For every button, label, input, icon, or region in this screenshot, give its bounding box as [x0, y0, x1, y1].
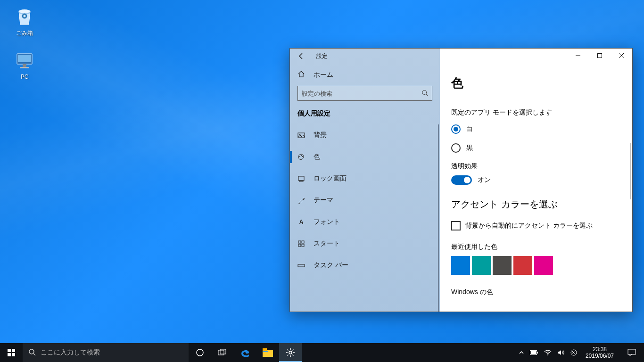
sidebar-item-background[interactable]: 背景 [290, 124, 440, 146]
pc-label: PC [7, 74, 42, 80]
settings-window: 設定 ホーム 個人用設定 背景 [289, 48, 633, 312]
sidebar-item-label: 背景 [314, 131, 327, 140]
lockscreen-icon [297, 175, 305, 182]
svg-rect-7 [298, 133, 305, 138]
radio-dark-label: 黒 [466, 144, 473, 152]
sidebar-item-themes[interactable]: テーマ [290, 189, 440, 211]
sidebar-home-label: ホーム [314, 71, 333, 79]
clock-date: 2019/06/07 [586, 353, 614, 359]
svg-point-9 [299, 156, 300, 157]
sidebar-item-label: テーマ [314, 196, 333, 205]
svg-rect-23 [8, 349, 11, 352]
volume-icon[interactable] [557, 349, 565, 356]
recent-colors [451, 256, 621, 275]
svg-rect-3 [23, 64, 26, 67]
radio-icon [451, 143, 461, 153]
accent-heading: アクセント カラーを選ぶ [451, 198, 621, 211]
svg-point-47 [547, 354, 548, 355]
themes-icon [297, 197, 305, 204]
sidebar-item-lockscreen[interactable]: ロック画面 [290, 168, 440, 189]
auto-accent-label: 背景から自動的にアクセント カラーを選ぶ [465, 222, 593, 230]
svg-rect-24 [12, 349, 15, 352]
clock-time: 23:38 [586, 346, 614, 353]
recent-colors-label: 最近使用した色 [451, 243, 621, 251]
wifi-icon[interactable] [544, 350, 552, 355]
radio-light[interactable]: 白 [451, 124, 621, 134]
svg-rect-45 [537, 352, 538, 354]
taskbar-app-explorer[interactable] [256, 343, 279, 362]
palette-icon [297, 153, 305, 161]
auto-accent-checkbox-row[interactable]: 背景から自動的にアクセント カラーを選ぶ [451, 221, 621, 230]
svg-line-6 [426, 94, 428, 96]
desktop-icon-pc[interactable]: PC [7, 49, 42, 80]
picture-icon [297, 132, 305, 139]
sidebar-item-fonts[interactable]: A フォント [290, 211, 440, 233]
back-button[interactable] [294, 49, 309, 64]
taskbar-clock[interactable]: 23:38 2019/06/07 [583, 346, 617, 359]
color-swatch[interactable] [472, 256, 491, 275]
sidebar-item-label: ロック画面 [314, 174, 347, 183]
svg-line-43 [293, 350, 294, 351]
svg-rect-14 [298, 241, 301, 243]
taskbar: ここに入力して検索 23:38 2019/06/07 [0, 343, 644, 362]
svg-line-41 [293, 355, 294, 356]
settings-sidebar: 設定 ホーム 個人用設定 背景 [290, 49, 440, 312]
color-swatch[interactable] [513, 256, 532, 275]
tray-status-icon[interactable] [570, 349, 577, 356]
transparency-value: オン [478, 176, 491, 184]
sidebar-item-label: スタート [314, 239, 340, 248]
svg-point-29 [197, 349, 203, 356]
sidebar-nav: 背景 色 ロック画面 テーマ A フォント [290, 124, 440, 312]
battery-icon[interactable] [530, 350, 538, 355]
search-icon [421, 90, 428, 98]
svg-line-40 [288, 350, 289, 351]
home-icon [297, 70, 305, 79]
color-swatch[interactable] [451, 256, 470, 275]
color-swatch[interactable] [534, 256, 553, 275]
taskbar-app-settings[interactable] [279, 343, 302, 362]
task-view-button[interactable] [211, 343, 234, 362]
svg-rect-12 [298, 176, 304, 181]
sidebar-item-start[interactable]: スタート [290, 233, 440, 255]
page-title: 色 [451, 75, 621, 91]
svg-line-42 [288, 355, 289, 356]
svg-point-0 [19, 9, 30, 13]
svg-rect-25 [8, 353, 11, 356]
transparency-toggle[interactable] [451, 175, 472, 185]
tray-chevron-icon[interactable] [519, 350, 524, 355]
checkbox-icon [451, 221, 461, 230]
start-icon [297, 240, 305, 247]
svg-rect-34 [263, 351, 268, 352]
sidebar-item-colors[interactable]: 色 [290, 146, 440, 168]
taskbar-app-edge[interactable] [234, 343, 256, 362]
settings-search[interactable] [297, 86, 432, 101]
desktop-icon-recycle-bin[interactable]: ごみ箱 [7, 5, 42, 37]
windows-colors-label: Windows の色 [451, 288, 621, 296]
svg-rect-17 [302, 244, 304, 247]
color-swatch[interactable] [493, 256, 512, 275]
fonts-icon: A [297, 219, 305, 225]
cortana-button[interactable] [189, 343, 211, 362]
svg-rect-46 [531, 351, 536, 354]
start-button[interactable] [0, 343, 23, 362]
sidebar-item-label: フォント [314, 218, 340, 226]
sidebar-item-taskbar[interactable]: タスク バー [290, 255, 440, 276]
svg-rect-2 [18, 55, 31, 62]
svg-point-5 [422, 90, 427, 94]
app-mode-heading: 既定のアプリ モードを選択します [451, 108, 621, 117]
desktop[interactable]: ごみ箱 PC 設定 ホーム [0, 0, 644, 362]
sidebar-home[interactable]: ホーム [290, 64, 440, 86]
sidebar-item-label: タスク バー [314, 261, 348, 270]
sidebar-scrollbar[interactable] [438, 124, 439, 312]
taskbar-search[interactable]: ここに入力して検索 [23, 343, 189, 362]
search-icon [28, 348, 36, 357]
svg-rect-18 [298, 264, 305, 267]
action-center-button[interactable] [622, 343, 641, 362]
settings-search-input[interactable] [302, 90, 421, 97]
svg-rect-4 [20, 67, 29, 68]
svg-rect-16 [298, 244, 301, 247]
svg-line-28 [33, 354, 35, 355]
recycle-bin-label: ごみ箱 [7, 29, 42, 37]
radio-dark[interactable]: 黒 [451, 143, 621, 153]
content-scrollbar[interactable] [630, 143, 631, 199]
